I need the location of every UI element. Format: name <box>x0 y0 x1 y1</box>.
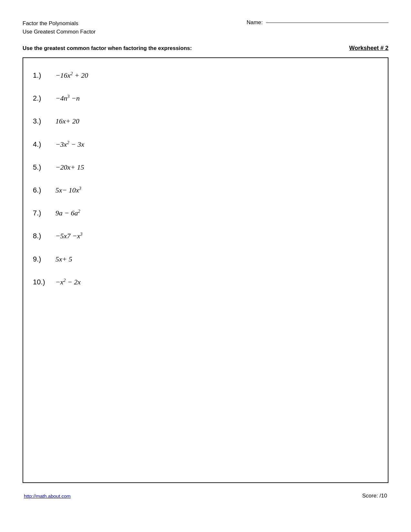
problem-number: 10.) <box>33 276 55 288</box>
header: Factor the Polynomials Use Greatest Comm… <box>23 19 388 36</box>
problem-number: 9.) <box>33 253 55 265</box>
header-left: Factor the Polynomials Use Greatest Comm… <box>23 19 96 36</box>
problem-row: 4.)−3x2 − 3x <box>33 133 378 156</box>
problems-box: 1.)−16x2 + 202.)−4n3 −n3.)16x+ 204.)−3x2… <box>23 57 388 483</box>
title-line2: Use Greatest Common Factor <box>23 28 96 36</box>
problem-row: 1.)−16x2 + 20 <box>33 64 378 87</box>
problem-expression: −16x2 + 20 <box>55 70 88 81</box>
problem-row: 2.)−4n3 −n <box>33 87 378 110</box>
problem-number: 8.) <box>33 230 55 241</box>
problem-row: 7.)9a − 6a2 <box>33 202 378 224</box>
instructions-text: Use the greatest common factor when fact… <box>23 45 192 52</box>
problem-row: 5.)−20x+ 15 <box>33 156 378 179</box>
problem-number: 7.) <box>33 207 55 219</box>
worksheet-title: Worksheet # 2 <box>349 45 388 52</box>
problem-expression: 5x+ 5 <box>55 253 72 265</box>
name-line <box>266 23 388 23</box>
instructions-row: Use the greatest common factor when fact… <box>23 45 388 52</box>
problem-expression: 16x+ 20 <box>55 115 79 127</box>
name-label: Name: <box>247 19 263 26</box>
problem-row: 8.)−5x7 −x3 <box>33 224 378 247</box>
problem-row: 6.)5x− 10x3 <box>33 179 378 202</box>
problem-row: 3.)16x+ 20 <box>33 110 378 133</box>
problem-number: 3.) <box>33 115 55 127</box>
problem-number: 1.) <box>33 70 55 81</box>
problem-expression: −3x2 − 3x <box>55 139 84 150</box>
footer-link[interactable]: http://math.about.com <box>24 493 71 499</box>
problem-number: 4.) <box>33 139 55 150</box>
problem-expression: 5x− 10x3 <box>55 184 81 196</box>
footer: http://math.about.com Score: /10 <box>23 493 388 499</box>
title-line1: Factor the Polynomials <box>23 19 96 28</box>
problem-expression: −5x7 −x3 <box>55 230 83 241</box>
footer-score: Score: /10 <box>362 493 387 499</box>
problem-expression: −20x+ 15 <box>55 162 84 173</box>
problem-number: 2.) <box>33 93 55 104</box>
score-label: Score: <box>362 493 378 499</box>
problem-row: 9.) 5x+ 5 <box>33 248 378 271</box>
problem-expression: −4n3 −n <box>55 93 80 104</box>
score-value: /10 <box>379 493 387 499</box>
header-right: Name: <box>247 19 388 26</box>
problem-expression: 9a − 6a2 <box>55 207 80 219</box>
problem-expression: −x2 − 2x <box>55 276 81 288</box>
problem-number: 5.) <box>33 162 55 173</box>
problem-row: 10.)−x2 − 2x <box>33 271 378 293</box>
problem-number: 6.) <box>33 184 55 196</box>
